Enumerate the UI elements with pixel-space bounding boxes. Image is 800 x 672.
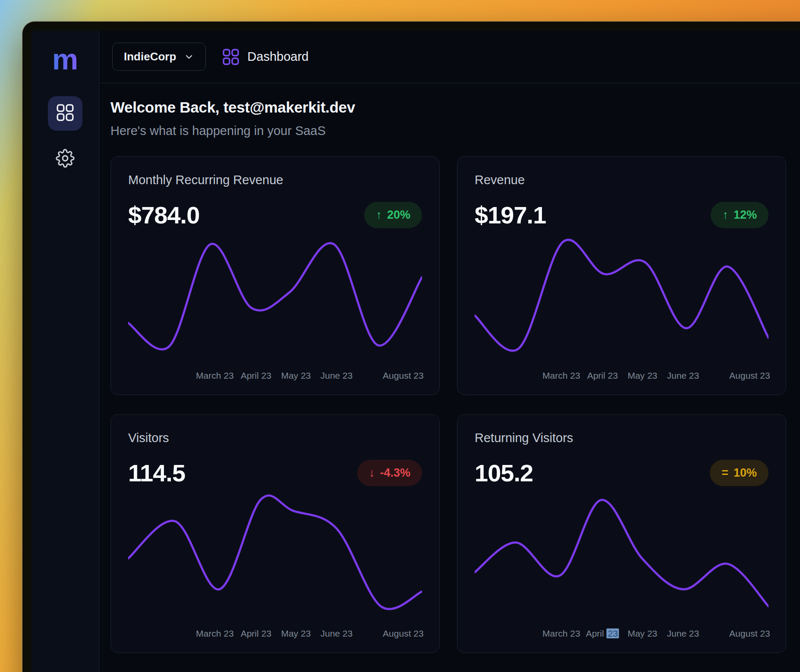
app-logo: m — [52, 44, 78, 74]
trend-icon: ↓ — [369, 467, 375, 479]
welcome-subtitle: Here's what is happening in your SaaS — [110, 124, 800, 138]
x-axis: March 23April 23May 23June 23August 23 — [475, 368, 769, 381]
page-title: Dashboard — [247, 50, 309, 64]
x-axis-tick: April 23 — [241, 371, 271, 381]
x-axis-tick: June 23 — [667, 628, 699, 639]
line-chart: March 23April 23May 23June 23August 23 — [128, 493, 422, 641]
x-axis-tick: April 23 — [586, 628, 619, 639]
x-axis-tick: August 23 — [729, 371, 770, 381]
x-axis-tick: August 23 — [383, 628, 424, 639]
x-axis-tick: April 23 — [241, 628, 271, 639]
card-value: 105.2 — [475, 459, 533, 487]
trend-label: 20% — [387, 208, 410, 222]
x-axis-tick: June 23 — [667, 371, 699, 381]
chart-canvas — [475, 235, 769, 361]
card-value: $197.1 — [475, 201, 546, 229]
trend-label: 10% — [734, 466, 757, 480]
trend-badge: ↑ 12% — [711, 202, 769, 228]
team-selector-label: IndieCorp — [124, 50, 176, 63]
trend-badge: ↑ 20% — [364, 202, 422, 228]
card-title: Monthly Recurring Revenue — [128, 173, 422, 187]
sidebar-item-dashboard[interactable] — [48, 96, 82, 131]
grid-icon — [222, 48, 239, 66]
sidebar: m — [31, 31, 99, 672]
card-value-row: $197.1 ↑ 12% — [475, 201, 769, 229]
gear-icon — [56, 149, 75, 170]
card-value: $784.0 — [128, 201, 199, 229]
x-axis-tick: March 23 — [542, 628, 580, 639]
app-window: m IndieCorp — [22, 22, 800, 672]
x-axis-tick: March 23 — [196, 371, 234, 381]
dashboard-content: Welcome Back, test@makerkit.dev Here's w… — [99, 83, 800, 653]
card-value-row: 114.5 ↓ -4.3% — [128, 459, 422, 487]
x-axis-tick: April 23 — [587, 371, 618, 381]
x-axis: March 23April 23May 23June 23August 23 — [128, 626, 422, 639]
breadcrumb-dashboard[interactable]: Dashboard — [222, 48, 309, 66]
line-chart: March 23April 23May 23June 23August 23 — [475, 235, 769, 383]
stat-card: Visitors 114.5 ↓ -4.3% March 23April 23M… — [110, 414, 440, 653]
trend-badge: ↓ -4.3% — [357, 460, 422, 486]
trend-icon: ↑ — [376, 209, 382, 221]
trend-icon: = — [721, 467, 728, 479]
stat-card: Monthly Recurring Revenue $784.0 ↑ 20% M… — [110, 156, 440, 395]
x-axis-tick: May 23 — [281, 628, 311, 639]
chart-canvas — [128, 493, 422, 619]
stat-card: Returning Visitors 105.2 = 10% March 23A… — [457, 414, 786, 653]
card-value: 114.5 — [128, 459, 185, 487]
x-axis-tick: August 23 — [383, 371, 424, 381]
x-axis-tick: May 23 — [627, 371, 657, 381]
sidebar-item-settings[interactable] — [56, 149, 75, 170]
line-chart: March 23April 23May 23June 23August 23 — [475, 493, 769, 641]
team-selector-button[interactable]: IndieCorp — [112, 43, 206, 71]
welcome-heading: Welcome Back, test@makerkit.dev — [110, 99, 800, 116]
stat-card: Revenue $197.1 ↑ 12% March 23April 23May… — [457, 156, 786, 395]
x-axis-tick: March 23 — [542, 371, 580, 381]
main-area: IndieCorp Dashboard — [99, 31, 800, 672]
chart-canvas — [128, 235, 422, 361]
x-axis: March 23April 23May 23June 23August 23 — [475, 626, 769, 639]
card-title: Revenue — [475, 173, 769, 187]
topbar: IndieCorp Dashboard — [99, 31, 800, 83]
line-chart: March 23April 23May 23June 23August 23 — [128, 235, 422, 383]
card-title: Returning Visitors — [475, 431, 769, 445]
grid-icon — [56, 104, 74, 123]
trend-label: -4.3% — [380, 466, 410, 480]
x-axis: March 23April 23May 23June 23August 23 — [128, 368, 422, 381]
chevron-down-icon — [184, 52, 194, 62]
card-value-row: $784.0 ↑ 20% — [128, 201, 422, 229]
x-axis-tick: March 23 — [196, 628, 234, 639]
card-title: Visitors — [128, 431, 422, 445]
x-axis-tick: May 23 — [627, 628, 657, 639]
trend-icon: ↑ — [722, 209, 728, 221]
x-axis-tick: June 23 — [320, 628, 353, 639]
x-axis-tick: June 23 — [320, 371, 353, 381]
trend-badge: = 10% — [710, 460, 769, 486]
stats-grid: Monthly Recurring Revenue $784.0 ↑ 20% M… — [110, 156, 786, 653]
x-axis-tick: August 23 — [729, 628, 770, 639]
chart-canvas — [475, 493, 769, 619]
selected-text: 23 — [606, 628, 619, 638]
trend-label: 12% — [734, 208, 757, 222]
card-value-row: 105.2 = 10% — [475, 459, 769, 487]
x-axis-tick: May 23 — [281, 371, 311, 381]
